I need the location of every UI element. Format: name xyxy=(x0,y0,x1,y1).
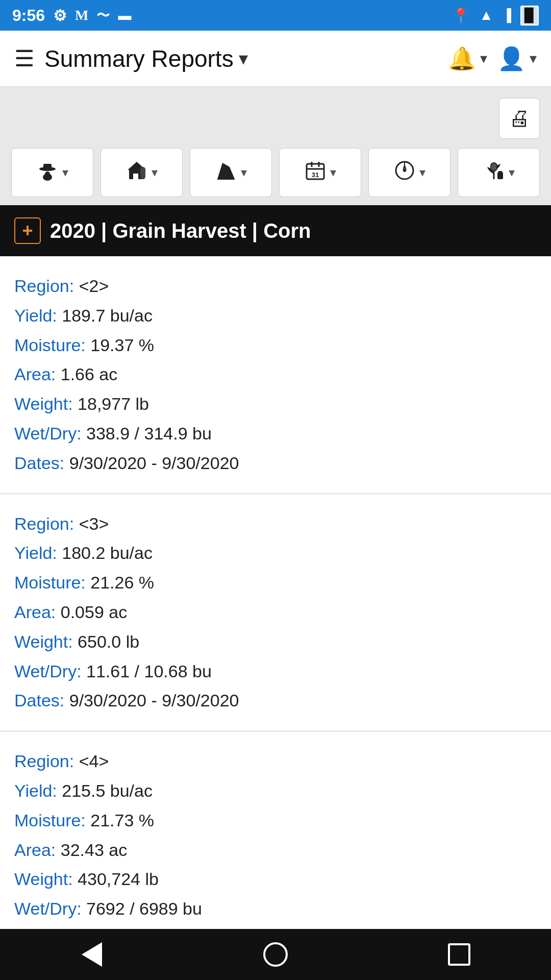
area-label-3: Area: xyxy=(14,840,61,860)
yield-value-1: 189.7 bu/ac xyxy=(62,306,153,325)
gear-icon: ⚙ xyxy=(53,7,67,24)
area-value-1: 1.66 ac xyxy=(61,364,118,384)
title-dropdown-chevron[interactable]: ▾ xyxy=(239,48,248,69)
home-button[interactable] xyxy=(255,934,296,975)
filter-farm-button[interactable]: ▾ xyxy=(101,148,183,197)
filter-crop-button[interactable]: ▾ xyxy=(458,148,540,197)
wifi-icon: ▲ xyxy=(479,7,493,23)
app-title: Summary Reports xyxy=(44,45,234,72)
dates-value-1: 9/30/2020 - 9/30/2020 xyxy=(69,453,239,473)
wetdry-value-1: 338.9 / 314.9 bu xyxy=(86,424,212,443)
status-left: 9:56 ⚙ M 〜 ▬ xyxy=(12,6,131,25)
moisture-value-1: 19.37 % xyxy=(90,335,154,355)
data-card-1: Region: <2> Yield: 189.7 bu/ac Moisture:… xyxy=(0,256,551,494)
filter-row: ▾ ▾ xyxy=(11,148,540,197)
moisture-label-3: Moisture: xyxy=(14,811,90,830)
wetdry-row-2: Wet/Dry: 11.61 / 10.68 bu xyxy=(14,657,537,687)
status-time: 9:56 xyxy=(12,6,45,25)
recents-button[interactable] xyxy=(439,934,480,975)
region-value-1: <2> xyxy=(79,276,109,296)
print-button[interactable]: 🖨 xyxy=(499,98,540,139)
dates-label-2: Dates: xyxy=(14,691,69,710)
region-value-2: <3> xyxy=(79,514,109,533)
data-card-2: Region: <3> Yield: 180.2 bu/ac Moisture:… xyxy=(0,494,551,732)
wetdry-value-3: 7692 / 6989 bu xyxy=(86,899,202,918)
compass-icon xyxy=(394,160,415,186)
farmer-filter-chevron: ▾ xyxy=(62,165,68,180)
weight-label-3: Weight: xyxy=(14,869,78,889)
profile-icon: 👤 xyxy=(497,45,525,72)
filter-calendar-button[interactable]: 31 ▾ xyxy=(279,148,361,197)
notification-chevron: ▾ xyxy=(480,50,487,67)
weight-value-1: 18,977 lb xyxy=(78,394,149,413)
expand-plus-icon: + xyxy=(22,220,33,241)
weight-row-2: Weight: 650.0 lb xyxy=(14,627,537,657)
area-row-1: Area: 1.66 ac xyxy=(14,360,537,389)
calendar-icon: 31 xyxy=(305,160,326,186)
toolbar-area: 🖨 ▾ xyxy=(0,87,551,205)
moisture-row-3: Moisture: 21.73 % xyxy=(14,806,537,836)
calendar-filter-chevron: ▾ xyxy=(330,165,336,180)
yield-label-2: Yield: xyxy=(14,543,62,562)
profile-chevron: ▾ xyxy=(530,50,537,67)
header-actions: 🔔 ▾ 👤 ▾ xyxy=(448,45,537,72)
region-label-3: Region: xyxy=(14,751,79,771)
compass-filter-chevron: ▾ xyxy=(419,165,425,180)
status-right: 📍 ▲ ▐ ▉ xyxy=(452,6,539,26)
section-expand-button[interactable]: + xyxy=(14,217,41,244)
moisture-label-2: Moisture: xyxy=(14,573,90,592)
region-row-3: Region: <4> xyxy=(14,747,537,776)
location-icon: 📍 xyxy=(452,7,470,24)
dates-value-2: 9/30/2020 - 9/30/2020 xyxy=(69,691,239,710)
area-value-3: 32.43 ac xyxy=(61,840,127,860)
yield-value-3: 215.5 bu/ac xyxy=(62,781,153,800)
wetdry-row-3: Wet/Dry: 7692 / 6989 bu xyxy=(14,894,537,924)
yield-value-2: 180.2 bu/ac xyxy=(62,543,153,562)
area-row-2: Area: 0.059 ac xyxy=(14,598,537,627)
dates-row-1: Dates: 9/30/2020 - 9/30/2020 xyxy=(14,449,537,478)
home-icon xyxy=(263,942,288,967)
crop-filter-chevron: ▾ xyxy=(509,165,515,180)
area-label-2: Area: xyxy=(14,602,61,622)
menu-button[interactable]: ☰ xyxy=(14,47,34,70)
hotspot-icon: 〜 xyxy=(96,7,110,24)
notification-button[interactable]: 🔔 ▾ xyxy=(448,45,487,72)
farm-icon xyxy=(126,160,147,186)
gmail-icon: M xyxy=(75,7,88,23)
crop-icon xyxy=(483,160,505,186)
wetdry-label-2: Wet/Dry: xyxy=(14,662,86,681)
dates-label-1: Dates: xyxy=(14,453,69,473)
filter-compass-button[interactable]: ▾ xyxy=(368,148,450,197)
app-bar: ☰ Summary Reports ▾ 🔔 ▾ 👤 ▾ xyxy=(0,31,551,87)
filter-farmer-button[interactable]: ▾ xyxy=(11,148,93,197)
weight-value-2: 650.0 lb xyxy=(78,632,139,651)
dates-row-2: Dates: 9/30/2020 - 9/30/2020 xyxy=(14,686,537,716)
region-label-2: Region: xyxy=(14,514,79,533)
wetdry-label-3: Wet/Dry: xyxy=(14,899,86,918)
section-header: + 2020 | Grain Harvest | Corn xyxy=(0,205,551,256)
svg-rect-7 xyxy=(133,174,138,179)
moisture-row-2: Moisture: 21.26 % xyxy=(14,568,537,598)
moisture-value-3: 21.73 % xyxy=(90,811,154,830)
moisture-row-1: Moisture: 19.37 % xyxy=(14,331,537,360)
signal-icon: ▐ xyxy=(503,8,511,22)
field-icon xyxy=(215,160,237,186)
moisture-value-2: 21.26 % xyxy=(90,573,154,592)
profile-button[interactable]: 👤 ▾ xyxy=(497,45,537,72)
area-label-1: Area: xyxy=(14,364,61,384)
yield-row-2: Yield: 180.2 bu/ac xyxy=(14,538,537,568)
wetdry-value-2: 11.61 / 10.68 bu xyxy=(86,662,212,681)
back-icon xyxy=(82,942,102,967)
svg-marker-8 xyxy=(217,163,235,179)
section-title: 2020 | Grain Harvest | Corn xyxy=(50,219,311,242)
back-button[interactable] xyxy=(71,934,112,975)
weight-label-1: Weight: xyxy=(14,394,78,413)
svg-rect-1 xyxy=(43,164,52,169)
moisture-label-1: Moisture: xyxy=(14,335,90,355)
filter-field-button[interactable]: ▾ xyxy=(190,148,272,197)
region-value-3: <4> xyxy=(79,751,109,771)
svg-rect-22 xyxy=(498,171,502,174)
weight-row-1: Weight: 18,977 lb xyxy=(14,389,537,419)
battery-icon: ▉ xyxy=(520,6,539,26)
print-row: 🖨 xyxy=(11,98,540,139)
